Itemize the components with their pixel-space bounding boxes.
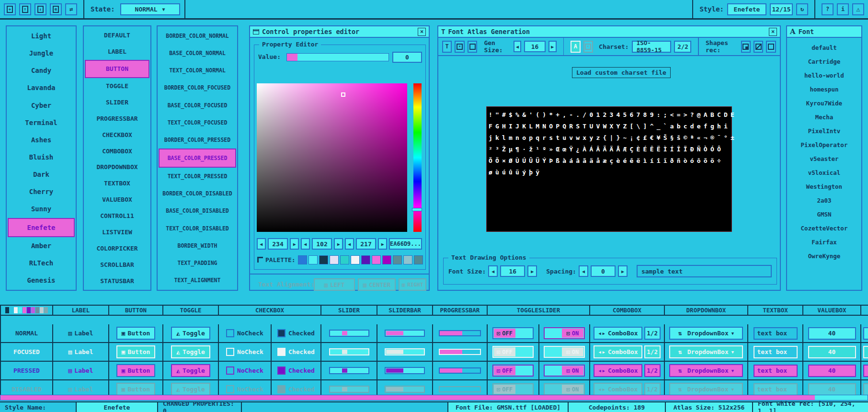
style-list-item[interactable]: Candy [8,62,75,79]
style-list-item[interactable]: Cyber [8,97,75,114]
reload-style-button[interactable]: ↻ [796,3,808,15]
valuebox-preview-focused[interactable]: 40 [803,343,861,362]
valuebox-preview-normal[interactable]: 40 [803,324,861,343]
hex-color-box[interactable]: EA66D9... [389,238,422,250]
button-preview-pressed[interactable]: ▣Button [109,362,163,380]
toggleslider-on-pressed[interactable]: ⊡ON [539,362,590,380]
spacing-increase[interactable]: ▶ [618,265,628,277]
load-style-button[interactable]: ↑ [19,3,31,15]
checkbox-checked-icon[interactable] [277,366,286,375]
combobox-preview-normal[interactable]: ◂▸ComboBox1/2 [590,324,665,343]
palette-swatch[interactable] [340,255,349,264]
button-preview-normal[interactable]: ▣Button [109,324,163,343]
red-value-box[interactable]: 234 [268,238,288,250]
control-list-item[interactable]: SLIDER [85,94,149,111]
font-list-item[interactable]: homespun [787,82,861,96]
control-list-item[interactable]: STATUSBAR [85,273,149,289]
color-picker-square[interactable] [257,83,407,232]
property-list-item[interactable]: BASE_COLOR_DISABLED [159,202,236,219]
spacing-decrease[interactable]: ◀ [579,265,588,277]
valuebox-preview-pressed[interactable]: 40 [803,362,861,380]
shapes-rec-corner-button[interactable] [741,41,751,53]
slider-preview-focused[interactable] [321,343,377,362]
property-list-item[interactable]: TEXT_ALIGNMENT [159,272,236,289]
style-list-item[interactable]: Jungle [8,45,75,62]
toggleslider-on-focused[interactable]: ⊡ON [539,343,590,362]
style-list-item[interactable]: Cherry [8,183,75,200]
palette-swatch[interactable] [382,255,391,264]
style-list-item[interactable]: Light [8,27,75,45]
sliderbar-preview-pressed[interactable] [377,362,433,380]
button-preview-focused[interactable]: ▣Button [109,343,163,362]
control-list-item[interactable]: COMBOBOX [85,143,149,159]
font-list-item[interactable]: Fairfax [787,235,861,249]
checkbox-checked-focused[interactable]: Checked [272,343,321,362]
palette-swatch[interactable] [372,255,381,264]
font-list-item[interactable]: v5easter [787,152,861,166]
property-list-item[interactable]: BASE_COLOR_FOCUSED [159,97,236,114]
palette-swatch[interactable] [351,255,360,264]
font-size-increase[interactable]: ▶ [527,265,537,277]
palette-swatch[interactable] [319,255,328,264]
font-list-item[interactable]: CozetteVector [787,221,861,235]
font-list-item[interactable]: OwreKynge [787,249,861,263]
font-list-item[interactable]: 2a03 [787,194,861,207]
palette-swatch[interactable] [298,255,307,264]
style-list-item[interactable]: Amber [8,237,75,254]
dropdownbox-preview-pressed[interactable]: ⇅DropdownBox▼ [665,362,748,380]
style-list-item[interactable]: Dark [8,166,75,183]
align-center-button[interactable]: ▥CENTER [358,278,396,291]
textbox-preview-pressed[interactable]: text box [748,362,803,380]
control-list-item[interactable]: DEFAULT [85,27,149,44]
style-list-item[interactable]: RLTech [8,254,75,272]
green-value-box[interactable]: 102 [312,238,332,250]
close-icon[interactable]: × [418,28,426,36]
property-list-item[interactable]: BASE_COLOR_PRESSED [159,149,236,168]
red-decrease-button[interactable]: ◀ [257,238,266,250]
property-list-item[interactable]: TEXT_PADDING [159,254,236,272]
textbox-preview-focused[interactable]: text box [748,343,803,362]
color-picker-marker[interactable] [341,92,345,97]
toggleslider-off-pressed[interactable]: ⊡OFF [488,362,539,380]
export-image-button[interactable] [468,41,477,53]
toggleslider-off-focused[interactable]: ⊡OFF [488,343,539,362]
combobox-counter[interactable]: 1/2 [644,345,661,358]
property-list-item[interactable]: TEXT_COLOR_DISABLED [159,220,236,237]
dropdownbox-preview-normal[interactable]: ⇅DropdownBox▼ [665,324,748,343]
control-list-item[interactable]: COLORPICKER [85,240,149,256]
property-list-item[interactable]: BORDER_COLOR_DISABLED [159,185,236,202]
style-list-item[interactable]: Terminal [8,114,75,131]
control-list-item[interactable]: PROGRESSBAR [85,110,149,126]
checkbox-checked-normal[interactable]: Checked [272,324,321,343]
control-list-item[interactable]: TEXTBOX [85,175,149,192]
toggle-preview-pressed[interactable]: ◭Toggle [163,362,219,380]
gen-size-decrease[interactable]: ◀ [514,41,522,52]
toggle-preview-focused[interactable]: ◭Toggle [163,343,219,362]
shapes-rec-empty-button[interactable] [766,41,776,53]
blue-decrease-button[interactable]: ◀ [345,238,354,250]
red-increase-button[interactable]: ▶ [290,238,299,250]
control-list-item[interactable]: CONTROL11 [85,208,149,224]
combobox-counter[interactable]: 1/2 [644,327,661,340]
font-list-item[interactable]: GMSN [787,207,861,221]
help-button[interactable]: ? [822,3,834,15]
checkbox-checked-pressed[interactable]: Checked [272,362,321,380]
combobox-preview-focused[interactable]: ◂▸ComboBox1/2 [590,343,665,362]
control-list-item[interactable]: BUTTON [85,60,149,78]
clear-font-button[interactable]: × [455,41,464,53]
property-list-item[interactable]: TEXT_COLOR_FOCUSED [159,114,236,131]
control-list-item[interactable]: LISTVIEW [85,224,149,240]
control-list-item[interactable]: DROPDOWNBOX [85,159,149,175]
sample-text-input[interactable] [637,265,772,277]
property-list-item[interactable]: BASE_COLOR_NORMAL [159,45,236,62]
control-list-item[interactable]: TOGGLE [85,78,149,94]
style-list-item[interactable]: Ashes [8,131,75,149]
control-list-item[interactable]: LABEL [85,44,149,60]
property-list-item[interactable]: BORDER_WIDTH [159,237,236,254]
font-text-button[interactable]: T [442,41,452,53]
control-list-item[interactable]: SCROLLBAR [85,256,149,273]
style-list-item[interactable]: Bluish [8,149,75,166]
font-list-item[interactable]: PixelIntv [787,124,861,138]
random-style-button[interactable]: ⇄ [65,3,77,15]
property-list-item[interactable]: BORDER_COLOR_PRESSED [159,131,236,149]
